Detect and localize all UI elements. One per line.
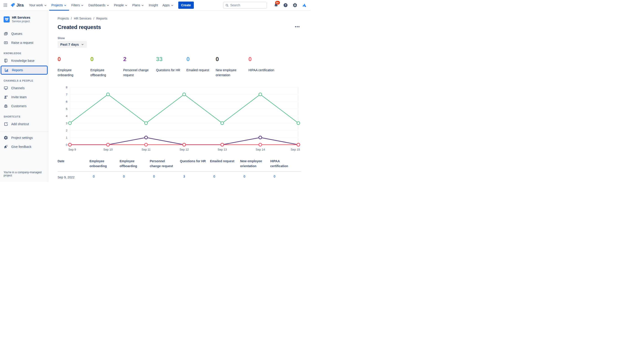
feedback-icon <box>4 145 8 149</box>
nav-item-apps[interactable]: Apps <box>160 0 176 11</box>
nav-item-your-work[interactable]: Your work <box>27 0 49 11</box>
column-header-emailed-request: Emailed request <box>210 159 240 168</box>
svg-text:5: 5 <box>66 107 68 111</box>
table-cell-link[interactable]: 0 <box>210 175 215 178</box>
notification-badge: 9+ <box>275 1 280 4</box>
stat-label: New employee orientation <box>216 68 242 78</box>
chart-point <box>145 122 148 125</box>
stat-value: 0 <box>58 56 90 62</box>
chart-point <box>221 122 224 125</box>
stat-label: Employee onboarding <box>58 68 84 78</box>
sidebar-nav: QueuesRaise a requestKNOWLEDGEKnowledge … <box>0 29 48 129</box>
svg-text:6: 6 <box>66 100 68 103</box>
stat-emailed-request: 0 Emailed request <box>186 56 216 78</box>
stat-new-employee-orientation: 0 New employee orientation <box>216 56 248 78</box>
notifications-button[interactable]: 9+ <box>273 2 279 9</box>
jira-mark-icon <box>10 3 15 8</box>
chart-point <box>259 143 262 146</box>
table-cell-link[interactable]: 0 <box>240 175 245 178</box>
nav-item-people[interactable]: People <box>112 0 130 11</box>
stat-value: 0 <box>216 56 248 62</box>
svg-text:Sep 13: Sep 13 <box>218 148 227 151</box>
svg-text:Sep 9: Sep 9 <box>68 148 76 151</box>
jira-logo[interactable]: Jira <box>10 3 24 8</box>
svg-text:Sep 10: Sep 10 <box>104 148 113 151</box>
column-header-date: Date <box>58 159 89 168</box>
atlassian-account-button[interactable] <box>301 2 308 9</box>
sidebar-section-shortcuts: SHORTCUTS <box>0 113 48 119</box>
chart-series-all-other-request-types <box>69 143 300 146</box>
sidebar-item-reports[interactable]: Reports <box>1 66 48 75</box>
svg-text:2: 2 <box>66 129 68 132</box>
show-label: Show <box>58 37 301 40</box>
gear-icon <box>293 3 297 8</box>
svg-text:Sep 11: Sep 11 <box>142 148 151 151</box>
nav-item-dashboards[interactable]: Dashboards <box>86 0 112 11</box>
atlassian-logo-icon <box>302 3 307 8</box>
svg-text:7: 7 <box>66 93 68 96</box>
sidebar-item-raise-a-request[interactable]: Raise a request <box>0 38 48 47</box>
help-button[interactable]: ? <box>282 2 289 9</box>
sidebar-item-invite-team[interactable]: Invite team <box>0 93 48 101</box>
app-switcher-button[interactable] <box>2 2 9 8</box>
chart-point <box>297 122 300 125</box>
nav-item-insight[interactable]: Insight <box>146 0 160 11</box>
svg-text:Sep 14: Sep 14 <box>256 148 265 151</box>
svg-text:1: 1 <box>66 136 68 139</box>
stat-label: HIPAA certification <box>248 68 275 73</box>
breadcrumb-hr-services[interactable]: HR Services <box>74 17 91 20</box>
chevron-down-icon <box>141 3 144 7</box>
more-options-button[interactable] <box>293 23 301 31</box>
nav-item-plans[interactable]: Plans <box>130 0 146 11</box>
nav-item-filters[interactable]: Filters <box>69 0 86 11</box>
more-dots-icon <box>294 24 300 30</box>
stat-employee-onboarding: 0 Employee onboarding <box>58 56 90 78</box>
table-cell-link[interactable]: 0 <box>120 175 125 178</box>
table-cell-link[interactable]: 0 <box>270 175 276 178</box>
jira-logo-text: Jira <box>17 3 24 8</box>
sidebar-item-channels[interactable]: Channels <box>0 83 48 93</box>
table-cell-link[interactable]: 0 <box>150 175 155 178</box>
stat-employee-offboarding: 0 Employee offboarding <box>90 56 123 78</box>
sidebar-section-knowledge: KNOWLEDGE <box>0 50 48 56</box>
sidebar-footer-note: You're in a company-managed project <box>0 168 48 179</box>
period-dropdown[interactable]: Past 7 days <box>58 41 87 48</box>
chart-point <box>183 93 186 96</box>
project-header[interactable]: HR Services Service project <box>0 15 48 24</box>
row-date: Sep 9, 2022 <box>58 172 89 182</box>
stat-value: 0 <box>90 56 123 62</box>
page-title: Created requests <box>58 24 101 30</box>
table-header-row: DateEmployee onboardingEmployee offboard… <box>58 159 301 172</box>
chart-point <box>145 136 148 139</box>
sidebar-item-customers[interactable]: Customers <box>0 101 48 111</box>
stat-questions-for-hr: 33 Questions for HR <box>156 56 186 78</box>
settings-button[interactable] <box>292 2 298 9</box>
create-button[interactable]: Create <box>178 1 194 9</box>
sidebar-footer-nav: Project settingsGive feedback <box>0 133 48 151</box>
created-requests-chart: 012345678Sep 9Sep 10Sep 11Sep 12Sep 13Se… <box>58 86 301 153</box>
svg-text:4: 4 <box>66 114 68 118</box>
sidebar-divider <box>0 132 48 132</box>
chart-point <box>145 143 148 146</box>
report-table: DateEmployee onboardingEmployee offboard… <box>58 159 301 182</box>
sidebar-item-project-settings[interactable]: Project settings <box>0 133 48 142</box>
project-sidebar: HR Services Service project QueuesRaise … <box>0 11 49 182</box>
top-nav: Your workProjectsFiltersDashboardsPeople… <box>27 0 176 11</box>
search-box[interactable] <box>223 2 267 9</box>
breadcrumb-reports[interactable]: Reports <box>96 17 107 20</box>
knowledge-base-icon <box>4 58 8 63</box>
column-header-employee-onboarding: Employee onboarding <box>89 159 120 168</box>
search-input[interactable] <box>230 3 265 7</box>
sidebar-item-queues[interactable]: Queues <box>0 29 48 38</box>
sidebar-item-knowledge-base[interactable]: Knowledge base <box>0 56 48 65</box>
table-cell-link[interactable]: 3 <box>180 175 185 178</box>
sidebar-item-give-feedback[interactable]: Give feedback <box>0 142 48 151</box>
table-cell-link[interactable]: 0 <box>89 175 95 178</box>
chevron-down-icon <box>64 3 67 7</box>
period-value: Past 7 days <box>60 42 79 46</box>
sidebar-item-add-shortcut[interactable]: Add shortcut <box>0 119 48 129</box>
nav-item-projects[interactable]: Projects <box>49 0 69 11</box>
breadcrumb-projects[interactable]: Projects <box>58 17 69 20</box>
chart-x-axis-labels: Sep 9Sep 10Sep 11Sep 12Sep 13Sep 14Sep 1… <box>68 148 300 151</box>
add-shortcut-icon <box>4 122 8 126</box>
